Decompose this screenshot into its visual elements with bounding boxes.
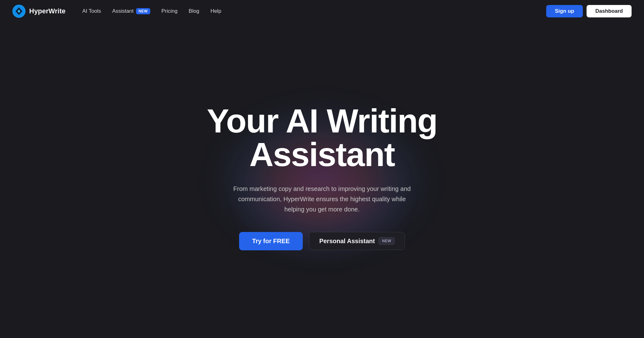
nav-links: AI Tools Assistant NEW Pricing Blog Help xyxy=(78,6,226,17)
dashboard-button[interactable]: Dashboard xyxy=(587,5,632,17)
nav-item-assistant[interactable]: Assistant NEW xyxy=(108,6,154,17)
nav-left: HyperWrite AI Tools Assistant NEW Pricin… xyxy=(12,5,226,18)
try-free-button[interactable]: Try for FREE xyxy=(239,232,303,250)
hero-content: Your AI Writing Assistant From marketing… xyxy=(207,104,437,250)
nav-item-help[interactable]: Help xyxy=(206,6,226,17)
nav-right: Sign up Dashboard xyxy=(546,5,632,17)
navbar: HyperWrite AI Tools Assistant NEW Pricin… xyxy=(0,0,644,22)
hero-section: Your AI Writing Assistant From marketing… xyxy=(0,22,644,338)
nav-item-blog[interactable]: Blog xyxy=(184,6,204,17)
nav-item-pricing[interactable]: Pricing xyxy=(157,6,182,17)
personal-assistant-new-badge: NEW xyxy=(379,237,395,245)
logo[interactable]: HyperWrite xyxy=(12,5,66,18)
nav-item-ai-tools[interactable]: AI Tools xyxy=(78,6,105,17)
personal-assistant-button[interactable]: Personal Assistant NEW xyxy=(309,232,405,250)
brand-name: HyperWrite xyxy=(29,7,66,15)
hero-subtitle: From marketing copy and research to impr… xyxy=(232,184,412,215)
logo-icon xyxy=(12,5,25,18)
signup-button[interactable]: Sign up xyxy=(546,5,583,17)
hero-buttons: Try for FREE Personal Assistant NEW xyxy=(207,232,437,250)
assistant-new-badge: NEW xyxy=(136,8,150,14)
hero-title: Your AI Writing Assistant xyxy=(207,104,437,171)
